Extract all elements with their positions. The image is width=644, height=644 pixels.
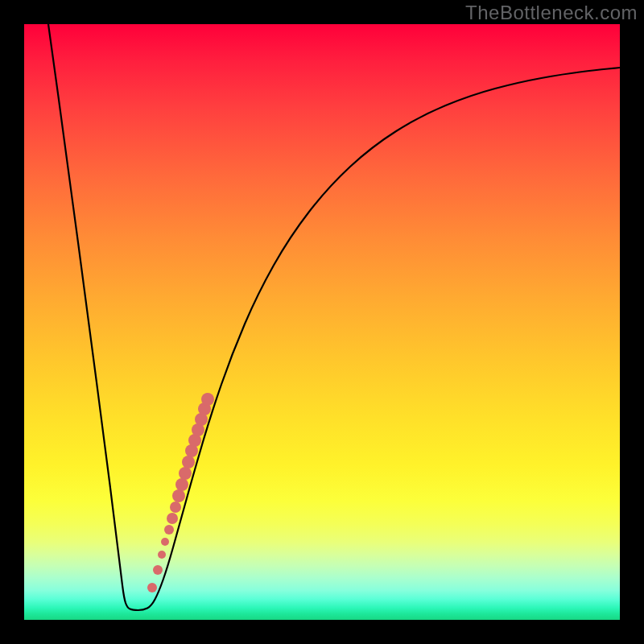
data-dot [147, 583, 157, 592]
data-dot [179, 467, 192, 480]
chart-svg [24, 24, 620, 620]
data-dots [147, 393, 214, 592]
data-dot [175, 478, 188, 491]
data-dot [167, 513, 178, 524]
watermark-text: TheBottleneck.com [465, 2, 638, 24]
chart-frame: TheBottleneck.com [0, 0, 644, 644]
data-dot [161, 538, 169, 546]
data-dot [164, 525, 174, 535]
plot-area [24, 24, 620, 620]
data-dot [182, 456, 195, 469]
data-dot [153, 565, 163, 575]
data-dot [170, 502, 181, 513]
data-dot [201, 393, 214, 406]
bottleneck-curve [48, 24, 620, 610]
data-dot [172, 489, 185, 502]
data-dot [158, 551, 166, 559]
